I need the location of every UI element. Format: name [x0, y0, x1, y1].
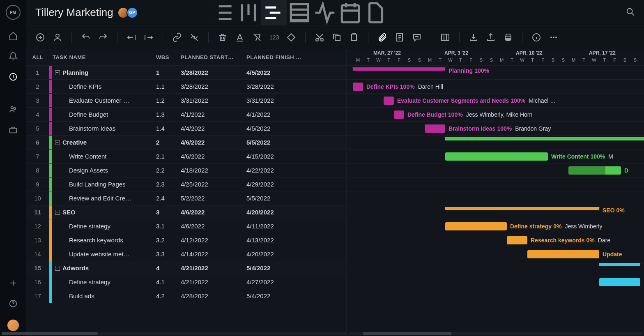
home-icon[interactable] — [9, 31, 18, 40]
gantt-bar[interactable]: Define strategy0%Jess Wimberly — [445, 222, 507, 230]
import-icon[interactable] — [469, 32, 478, 42]
member-avatars[interactable]: GP — [120, 7, 138, 18]
table-row[interactable]: 10 Review and Edit Cre… 2.4 5/2/2022 5/5… — [26, 191, 346, 205]
collapse-icon[interactable]: − — [55, 140, 60, 145]
gantt-bar[interactable]: Planning100% — [353, 67, 445, 71]
text-style-icon[interactable] — [235, 32, 245, 42]
gantt-row[interactable]: D — [347, 163, 644, 177]
collapse-icon[interactable]: − — [55, 210, 60, 215]
attach-icon[interactable] — [377, 32, 387, 42]
clear-format-icon[interactable] — [252, 32, 262, 42]
col-name[interactable]: TASK NAME — [49, 54, 156, 60]
gantt-row[interactable]: Research keywords0%Dare — [347, 233, 644, 247]
collapse-icon[interactable]: − — [55, 266, 60, 271]
add-task-icon[interactable] — [35, 32, 45, 42]
gantt-bar[interactable]: Update — [527, 250, 599, 258]
undo-icon[interactable] — [81, 32, 91, 42]
table-row[interactable]: 11 −SEO 3 4/6/2022 4/20/2022 — [26, 205, 346, 219]
gantt-bar[interactable] — [445, 137, 644, 140]
comment-icon[interactable] — [412, 32, 422, 42]
gantt-bar[interactable]: Define KPIs100%Daren Hill — [353, 83, 363, 91]
gantt-row[interactable]: Planning100% — [347, 66, 644, 80]
milestone-icon[interactable] — [286, 32, 296, 42]
col-finish[interactable]: PLANNED FINISH … — [246, 54, 312, 60]
view-activity-icon[interactable] — [312, 0, 338, 25]
gantt-bar[interactable]: Write Content100%M — [445, 152, 548, 161]
table-row[interactable]: 4 Define Budget 1.3 4/1/2022 4/1/2022 — [26, 108, 346, 122]
link-icon[interactable] — [172, 32, 182, 42]
paste-icon[interactable] — [349, 32, 359, 42]
user-avatar-icon[interactable] — [7, 320, 19, 331]
table-row[interactable]: 7 Write Content 2.1 4/6/2022 4/15/2022 — [26, 150, 346, 163]
view-gantt-icon[interactable] — [261, 0, 287, 25]
col-start[interactable]: PLANNED START… — [181, 54, 246, 60]
grid-scrollbar[interactable] — [26, 332, 347, 335]
gantt-bar[interactable]: Brainstorm Ideas100%Brandon Gray — [425, 124, 445, 133]
redo-icon[interactable] — [98, 32, 108, 42]
gantt-bar[interactable]: Research keywords0%Dare — [507, 236, 527, 244]
help-icon[interactable] — [9, 299, 18, 308]
outdent-icon[interactable] — [126, 32, 136, 42]
gantt-bar[interactable]: D — [568, 166, 621, 175]
collapse-icon[interactable]: − — [55, 70, 60, 75]
view-calendar-icon[interactable] — [338, 0, 363, 25]
table-row[interactable]: 2 Define KPIs 1.1 3/28/2022 3/28/2022 — [26, 80, 346, 94]
gantt-bar[interactable]: Define Budget100%Jess Wimberly, Mike Hor… — [394, 110, 404, 119]
view-file-icon[interactable] — [363, 0, 389, 25]
gantt-bar[interactable] — [599, 263, 640, 266]
indent-icon[interactable] — [144, 32, 154, 42]
clock-icon[interactable] — [9, 72, 18, 81]
table-row[interactable]: 16 Define strategy 4.1 4/21/2022 4/27/20… — [26, 275, 346, 289]
col-wbs[interactable]: WBS — [156, 54, 181, 60]
gantt-bar[interactable]: Evaluate Customer Segments and Needs100%… — [384, 97, 394, 105]
table-row[interactable]: 13 Research keywords 3.2 4/12/2022 4/13/… — [26, 233, 346, 247]
gantt-scrollbar[interactable] — [348, 332, 642, 335]
table-row[interactable]: 9 Build Landing Pages 2.3 4/25/2022 4/29… — [26, 177, 346, 191]
print-icon[interactable] — [503, 32, 513, 42]
table-row[interactable]: 17 Build ads 4.2 4/28/2022 5/4/2022 — [26, 289, 346, 303]
view-list-icon[interactable] — [210, 0, 236, 25]
avatar-2[interactable]: GP — [126, 7, 138, 18]
gantt-row[interactable]: Brainstorm Ideas100%Brandon Gray — [347, 122, 644, 136]
cut-icon[interactable] — [315, 32, 324, 42]
team-icon[interactable] — [9, 105, 18, 114]
copy-icon[interactable] — [332, 32, 342, 42]
app-logo[interactable]: PM — [6, 5, 21, 20]
toolbar-number[interactable]: 123 — [269, 34, 279, 41]
gantt-row[interactable]: SEO0% — [347, 205, 644, 219]
gantt-row[interactable]: Evaluate Customer Segments and Needs100%… — [347, 94, 644, 108]
gantt-body[interactable]: Planning100%Define KPIs100%Daren HillEva… — [347, 66, 644, 303]
delete-icon[interactable] — [218, 32, 228, 42]
view-sheet-icon[interactable] — [287, 0, 312, 25]
export-icon[interactable] — [486, 32, 496, 42]
gantt-bar[interactable] — [599, 278, 640, 286]
more-icon[interactable] — [549, 32, 559, 42]
bell-icon[interactable] — [9, 52, 18, 61]
gantt-row[interactable]: Define strategy0%Jess Wimberly — [347, 219, 644, 233]
notes-icon[interactable] — [395, 32, 405, 42]
gantt-row[interactable]: Define Budget100%Jess Wimberly, Mike Hor… — [347, 108, 644, 122]
unlink-icon[interactable] — [189, 32, 199, 42]
gantt-bar[interactable]: SEO0% — [445, 207, 599, 210]
gantt-row[interactable]: Update — [347, 247, 644, 261]
table-row[interactable]: 15 −Adwords 4 4/21/2022 5/4/2022 — [26, 261, 346, 275]
gantt-row[interactable] — [347, 136, 644, 150]
table-row[interactable]: 3 Evaluate Customer … 1.2 3/31/2022 3/31… — [26, 94, 346, 108]
gantt-row[interactable]: Define KPIs100%Daren Hill — [347, 80, 644, 94]
briefcase-icon[interactable] — [9, 125, 18, 134]
view-board-icon[interactable] — [236, 0, 261, 25]
gantt-row[interactable] — [347, 289, 644, 303]
gantt-row[interactable] — [347, 177, 644, 191]
table-row[interactable]: 1 −Planning 1 3/28/2022 4/5/2022 — [26, 66, 346, 80]
table-row[interactable]: 5 Brainstorm Ideas 1.4 4/4/2022 4/5/2022 — [26, 122, 346, 136]
gantt-row[interactable]: Write Content100%M — [347, 150, 644, 163]
assign-icon[interactable] — [53, 32, 62, 42]
columns-icon[interactable] — [440, 32, 450, 42]
add-icon[interactable] — [9, 278, 18, 288]
gantt-row[interactable] — [347, 275, 644, 289]
table-row[interactable]: 12 Define strategy 3.1 4/6/2022 4/11/202… — [26, 219, 346, 233]
table-row[interactable]: 14 Update website met… 3.3 4/14/2022 4/2… — [26, 247, 346, 261]
gantt-row[interactable] — [347, 261, 644, 275]
table-row[interactable]: 8 Design Assets 2.2 4/18/2022 4/22/2022 — [26, 163, 346, 177]
gantt-row[interactable] — [347, 191, 644, 205]
